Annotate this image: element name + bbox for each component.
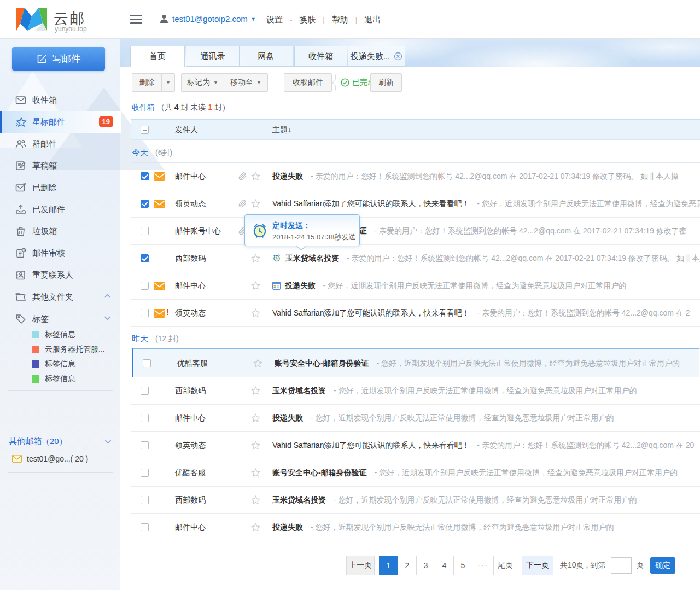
mail-row[interactable]: 领英动态 Vahid Saffarian添加了您可能认识的联系人，快来看看吧！ … — [131, 432, 700, 459]
mail-row[interactable]: 西部数码 玉米贷域名投资 - 您好，近期发现个别用户反映无法正常使用微博，经查为… — [131, 377, 700, 405]
logout-link[interactable]: 退出 — [364, 15, 381, 25]
mail-row[interactable]: 邮件账号中心 账号安全中心-邮箱身份验证 - 亲爱的用户：您好！系统监测到您的帐… — [131, 218, 700, 245]
fetch-mail-button[interactable]: 收取邮件 — [284, 73, 332, 92]
sidebar-item-trash[interactable]: 垃圾箱 — [0, 220, 120, 242]
sidebar-item-important-contacts[interactable]: 重要联系人 — [0, 264, 120, 286]
mail-row[interactable]: 优酷客服 账号安全中心-邮箱身份验证 - 您好，近期发现个别用户反映无法正常使用… — [131, 459, 700, 487]
page-button-5[interactable]: 5 — [453, 556, 472, 575]
subject-line: Vahid Saffarian添加了您可能认识的联系人，快来看看吧！ - 亲爱的… — [272, 441, 700, 451]
row-checkbox-checked[interactable] — [141, 200, 149, 208]
star-outline-icon[interactable] — [251, 523, 260, 532]
mail-row[interactable]: 邮件中心 投递失败 - 您好，近期发现个别用户反映无法正常使用微博，经查为避免恶… — [131, 272, 700, 300]
row-checkbox[interactable] — [141, 387, 149, 395]
mail-row[interactable]: 邮件中心 投递失败 - 您好，近期发现个别用户反映无法正常使用微博，经查为避免恶… — [131, 405, 700, 432]
help-link[interactable]: 帮助 — [332, 15, 348, 25]
sidebar-item-group-mail[interactable]: 群邮件 — [0, 133, 120, 155]
app-header: 云邮 yunyou.top test01@gotoip2.com ▼ 设置 - … — [0, 0, 700, 39]
row-checkbox-checked[interactable] — [141, 172, 149, 180]
account-menu[interactable]: test01@gotoip2.com ▼ — [160, 14, 256, 24]
sidebar-item-tags[interactable]: 标签 — [0, 308, 120, 330]
mail-row-selected[interactable]: 优酷客服 账号安全中心-邮箱身份验证 - 您好，近期发现个别用户反映无法正常使用… — [132, 348, 699, 377]
column-subject-sorted[interactable]: 主题↓ — [272, 125, 291, 135]
tag-item[interactable]: 标签信息 — [0, 357, 120, 371]
row-checkbox[interactable] — [141, 469, 149, 477]
sidebar-item-inbox[interactable]: 收件箱 — [0, 89, 120, 111]
move-to-button[interactable]: 移动至 ▼ — [224, 73, 268, 92]
mail-row[interactable]: 领英动态 Vahid Saffarian添加了您可能认识的联系人，快来看看吧！ … — [131, 190, 700, 218]
column-sender[interactable]: 发件人 — [175, 125, 198, 135]
sidebar-item-deleted[interactable]: 已删除 — [0, 177, 120, 198]
chevron-down-icon[interactable] — [104, 439, 112, 444]
settings-link[interactable]: 设置 — [266, 15, 283, 25]
sidebar-item-drafts[interactable]: 草稿箱 — [0, 155, 120, 177]
star-outline-icon[interactable] — [253, 359, 262, 368]
last-page-button[interactable]: 尾页 — [493, 556, 517, 575]
row-checkbox-checked[interactable] — [141, 254, 149, 262]
sidebar-item-starred[interactable]: 星标邮件 19 — [0, 111, 121, 133]
star-outline-icon[interactable] — [251, 413, 260, 423]
tab-delivery-failed[interactable]: 投递失败... — [348, 46, 405, 67]
mail-row[interactable]: 西部数码 玉米贷域名投资 - 亲爱的用户：您好！系统监测到您的帐号 42...2… — [131, 245, 700, 272]
tab-contacts[interactable]: 通讯录 — [186, 46, 240, 67]
select-all-checkbox[interactable] — [141, 126, 149, 134]
sidebar-item-mail-audit[interactable]: 邮件审核 — [0, 242, 120, 264]
refresh-button[interactable]: 刷新 — [370, 73, 402, 92]
star-outline-icon[interactable] — [251, 281, 260, 290]
star-outline-icon[interactable] — [251, 308, 260, 318]
row-checkbox[interactable] — [141, 496, 149, 504]
tag-item[interactable]: 标签信息 — [0, 327, 120, 342]
star-outline-icon[interactable] — [251, 386, 260, 395]
mail-row[interactable]: 邮件中心 投递失败 - 亲爱的用户：您好！系统监测到您的帐号 42...2@qq… — [131, 163, 700, 190]
tab-home[interactable]: 首页 — [130, 46, 185, 67]
page-button-4[interactable]: 4 — [435, 556, 454, 575]
star-outline-icon[interactable] — [251, 254, 260, 263]
tab-netdisk[interactable]: 网盘 — [239, 46, 293, 67]
tag-item[interactable]: 云服务器托管服... — [0, 342, 120, 357]
delete-dropdown-button[interactable]: ▼ — [161, 73, 175, 92]
confirm-button[interactable]: 确定 — [650, 557, 675, 574]
chevron-down-icon[interactable] — [104, 316, 111, 320]
menu-hamburger-icon[interactable] — [130, 15, 142, 24]
sidebar-item-sent[interactable]: 已发邮件 — [0, 198, 120, 220]
row-checkbox[interactable] — [141, 523, 149, 531]
mail-sender: 西部数码 — [175, 254, 206, 264]
tab-close-icon[interactable] — [394, 52, 402, 61]
mail-row[interactable]: 西部数码 玉米贷域名投资 - 您好，近期发现个别用户反映无法正常使用微博，经查为… — [131, 487, 700, 514]
confirm-label: 确定 — [655, 560, 670, 570]
star-outline-icon[interactable] — [251, 495, 260, 505]
row-checkbox[interactable] — [141, 414, 149, 422]
row-checkbox[interactable] — [141, 227, 149, 235]
mark-as-button[interactable]: 标记为 ▼ — [181, 73, 224, 92]
star-outline-icon[interactable] — [251, 172, 260, 181]
group-header-today: 今天 (6封) — [131, 143, 700, 163]
star-outline-icon[interactable] — [251, 199, 260, 208]
mail-row[interactable]: 邮件中心 投递失败 - 您好，近期发现个别用户反映无法正常使用微博，经查为避免恶… — [131, 514, 700, 541]
logo-icon — [16, 7, 47, 31]
row-checkbox[interactable] — [141, 282, 149, 290]
next-page-button[interactable]: 下一页 — [522, 556, 553, 575]
page-jump-input[interactable] — [611, 557, 632, 574]
delete-button[interactable]: 删除 — [132, 73, 162, 92]
group-count: (12 封) — [155, 334, 179, 344]
row-checkbox[interactable] — [141, 309, 149, 317]
subject-line: 投递失败 - 您好，近期发现个别用户反映无法正常使用微博，经查为避免恶意垃圾用户… — [272, 281, 700, 291]
sidebar-item-other-folders[interactable]: 其他文件夹 — [0, 286, 120, 308]
page-button-2[interactable]: 2 — [398, 556, 417, 575]
star-outline-icon[interactable] — [251, 441, 260, 450]
prev-page-button[interactable]: 上一页 — [346, 556, 375, 575]
star-outline-icon[interactable] — [251, 468, 260, 477]
envelope-icon — [15, 95, 26, 106]
page-button-1[interactable]: 1 — [379, 556, 398, 575]
sidebar-other-mailboxes[interactable]: 其他邮箱（20） — [9, 434, 112, 448]
row-checkbox[interactable] — [143, 359, 151, 367]
sidebar-other-account[interactable]: test01@go...( 20 ) — [12, 452, 88, 466]
mail-row[interactable]: ! 领英动态 Vahid Saffarian添加了您可能认识的联系人，快来看看吧… — [131, 300, 700, 327]
chevron-up-icon[interactable] — [104, 294, 111, 299]
row-checkbox[interactable] — [141, 441, 149, 449]
page-button-3[interactable]: 3 — [416, 556, 435, 575]
mail-snippet: - 亲爱的用户：您好！系统监测到您的帐号 42...2@qq.com 在 201… — [375, 226, 687, 235]
tab-inbox[interactable]: 收件箱 — [294, 46, 347, 67]
tag-item[interactable]: 标签信息 — [0, 371, 120, 386]
compose-button[interactable]: 写邮件 — [12, 47, 105, 71]
skin-link[interactable]: 换肤 — [299, 15, 316, 25]
